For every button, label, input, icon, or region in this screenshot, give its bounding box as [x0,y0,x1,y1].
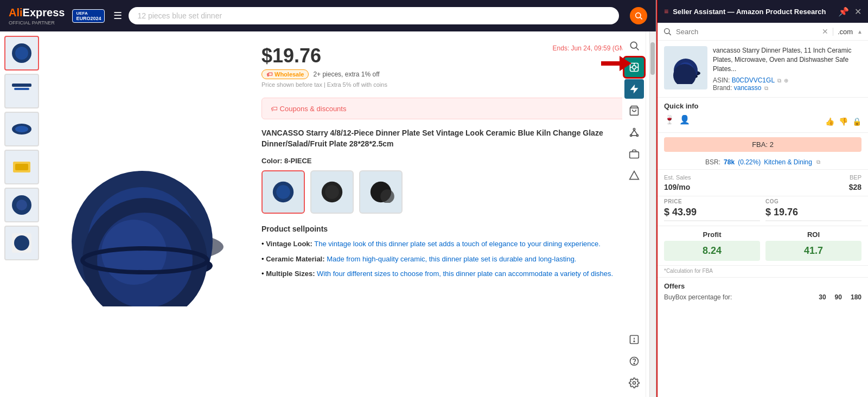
svg-point-7 [15,126,28,132]
est-sales-label: Est. Sales [664,174,760,181]
quick-info-section: Quick info 🍷 👤 👍 👎 🔒 [658,98,868,133]
network-icon[interactable] [624,123,644,142]
asin-link[interactable]: B0CDVVC1GL [732,76,775,84]
svg-marker-40 [630,85,638,93]
svg-point-29 [325,185,339,199]
product-info-section: $19.76 🏷 Wholesale 2+ pieces, extra 1% o… [251,31,649,397]
fba-badge: FBA: 2 [664,137,861,152]
briefcase-icon[interactable] [624,144,644,164]
asin-copy-icon[interactable]: ⧉ [777,78,781,84]
search-clear-icon[interactable]: ✕ [822,27,828,36]
close-panel-button[interactable]: ✕ [854,7,861,17]
profit-value: 8.24 [664,241,760,261]
thumbnail-2[interactable] [4,74,39,108]
svg-point-42 [633,129,635,130]
thumbs-row: 👍 👎 🔒 [825,117,861,126]
color-option-3[interactable] [359,170,403,214]
svg-line-33 [636,48,639,50]
svg-point-3 [15,47,28,60]
est-sales-box: Est. Sales 109/mo [664,174,760,191]
metrics-row: Est. Sales 109/mo BEP $28 [658,170,868,196]
thumbnail-4[interactable] [4,150,39,184]
cog-box-value[interactable]: $ 19.76 [765,207,861,221]
price-box: PRICE $ 43.99 [664,198,760,221]
bep-box: BEP $28 [765,174,861,191]
panel-title-area: ≡ Seller Assistant — Amazon Product Rese… [664,7,826,16]
pin-icon[interactable]: 📌 [838,7,849,17]
coupons-label: 🏷 Coupons & discounts [271,105,346,113]
main-search-bar[interactable]: 12 pieces blue set dinner [129,7,619,24]
thumbs-down-icon[interactable]: 👎 [839,117,848,126]
profit-box: Profit 8.24 [664,230,760,261]
svg-line-1 [640,17,642,20]
content-area: $19.76 🏷 Wholesale 2+ pieces, extra 1% o… [0,31,656,397]
wine-icon: 🍷 [664,114,675,125]
price-box-label: PRICE [664,198,760,204]
coupons-bar[interactable]: 🏷 Coupons & discounts › [261,98,639,119]
scroll-thumb[interactable] [650,42,655,75]
roi-label: ROI [765,230,861,239]
color-option-2[interactable] [310,170,354,214]
search-button[interactable] [630,7,647,24]
offers-section: Offers BuyBox percentage for: 30 90 180 [658,278,868,305]
calc-note: *Calculation for FBA [658,266,868,278]
svg-rect-48 [629,152,639,158]
thumbnail-1[interactable] [4,36,39,71]
thumbnail-3[interactable] [4,112,39,146]
top-navigation: Ali Express OFFICIAL PARTNER UEFA EURO20… [0,0,656,31]
lightning-icon[interactable] [624,79,644,99]
price-note: Price shown before tax | Extra 5% off wi… [261,81,387,88]
search-side-icon[interactable] [624,36,644,55]
thumbs-up-icon[interactable]: 👍 [825,117,834,126]
search-input[interactable] [676,28,818,36]
svg-point-32 [630,42,637,48]
panel-header: ≡ Seller Assistant — Amazon Product Rese… [658,0,868,23]
euro-badge: UEFA EURO2024 [72,9,105,23]
quick-info-icons: 🍷 👤 [664,114,690,125]
asin-copy2-icon[interactable]: ⊕ [784,78,788,84]
product-brand-row: Brand: vancasso ⧉ [713,84,861,92]
red-arrow-indicator [601,56,631,71]
sellpoint-2: Ceramic Material: Made from high-quality… [261,254,639,265]
bep-label: BEP [765,174,861,181]
bsr-copy-icon[interactable]: ⧉ [816,159,820,165]
sellpoint-3: Multiple Sizes: With four different size… [261,268,639,279]
main-product-image [55,122,240,306]
menu-icon[interactable]: ☰ [113,10,122,22]
thumbnail-6[interactable] [4,226,39,260]
cog-box: COG $ 19.76 [765,198,861,221]
roi-box: ROI 41.7 [765,230,861,261]
buybox-90: 90 [835,293,842,301]
cart-icon[interactable] [624,101,644,120]
wholesale-extra: 2+ pieces, extra 1% off [313,71,379,78]
buybox-180: 180 [851,293,861,301]
brand-copy-icon[interactable]: ⧉ [764,85,768,91]
brand-link[interactable]: vancasso [734,84,762,92]
triangle-icon[interactable] [624,166,644,185]
person-icon: 👤 [679,114,690,125]
bsr-category: Kitchen & Dining [764,158,812,166]
profit-label: Profit [664,230,760,239]
price-box-value[interactable]: $ 43.99 [664,207,760,221]
arrow-stem [601,61,621,66]
svg-point-31 [380,189,394,203]
product-asin-row: ASIN: B0CDVVC1GL ⧉ ⊕ [713,76,861,84]
question-icon[interactable] [624,351,644,371]
lock-icon[interactable]: 🔒 [852,117,861,126]
search-expand-icon[interactable]: ▲ [857,29,863,35]
settings-icon[interactable] [624,373,644,393]
seller-assistant-panel: ≡ Seller Assistant — Amazon Product Rese… [656,0,868,397]
svg-point-54 [634,363,635,364]
color-option-1[interactable] [261,170,305,214]
thumbnail-5[interactable] [4,188,39,222]
sellpoints-title: Product sellpoints [261,225,639,233]
page-scrollbar[interactable] [649,31,656,397]
search-placeholder: 12 pieces blue set dinner [137,11,610,20]
alert-icon[interactable] [624,330,644,349]
panel-search-row: ✕ .com ▲ [658,23,868,41]
bsr-label: BSR: [705,158,720,166]
svg-point-11 [16,200,27,210]
panel-logo-icon: ≡ [664,7,668,16]
panel-title: Seller Assistant — Amazon Product Resear… [673,8,826,16]
buybox-label: BuyBox percentage for: [664,293,732,301]
